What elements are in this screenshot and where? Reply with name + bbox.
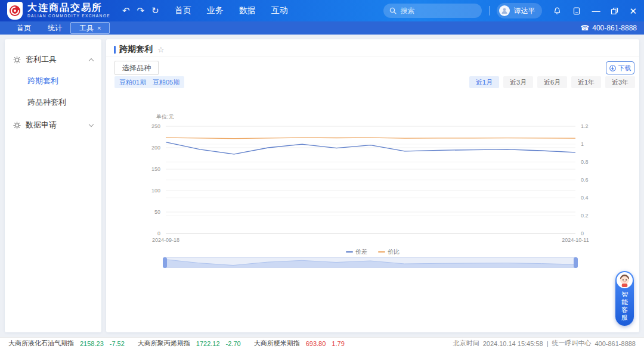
- minimize-icon[interactable]: —: [592, 6, 600, 15]
- page-title: 跨期套利: [119, 44, 153, 55]
- datazoom-silhouette: [165, 258, 576, 267]
- ticker-name: 大商所液化石油气期指: [8, 339, 74, 348]
- spread-line-chart: 2502001501005001.210.80.60.40.20单位:元2024…: [106, 107, 639, 244]
- search-box[interactable]: [383, 4, 482, 18]
- beijing-time-label: 北京时间: [453, 339, 479, 348]
- sidebar-group-data-request[interactable]: 数据申请: [5, 119, 101, 131]
- gear-icon: [13, 121, 21, 129]
- ticker-price: 1722.12: [196, 340, 220, 347]
- user-icon: [501, 7, 508, 14]
- status-divider: |: [547, 340, 549, 347]
- contract-tag-m01[interactable]: 豆粕01期: [114, 76, 151, 88]
- ticker-price: 2158.23: [80, 340, 104, 347]
- tab-stats-label: 统计: [48, 23, 62, 33]
- brand-title: 大连商品交易所: [27, 3, 110, 13]
- legend-label: 价比: [388, 248, 400, 256]
- nav-item-data[interactable]: 数据: [239, 5, 256, 16]
- download-button[interactable]: 下载: [606, 61, 634, 74]
- ticker-lpg: 大商所液化石油气期指 2158.23 -7.52: [8, 339, 125, 348]
- restore-icon[interactable]: [611, 7, 618, 15]
- sidebar-group-arbitrage-tools[interactable]: 套利工具: [5, 54, 101, 66]
- top-bar: 大连商品交易所 DALIAN COMMODITY EXCHANGE ↶ ↷ ↻ …: [0, 0, 644, 21]
- legend-dash-ratio: [378, 251, 385, 253]
- left-axis-tick: 150: [151, 166, 160, 172]
- sidebar-item-label: 跨期套利: [27, 76, 58, 86]
- refresh-icon[interactable]: ↻: [151, 5, 159, 16]
- contract-tag-m05[interactable]: 豆粕05期: [148, 76, 184, 88]
- notifications-bell-icon[interactable]: [553, 7, 562, 15]
- ticker-pp: 大商所聚丙烯期指 1722.12 -2.70: [138, 339, 241, 348]
- title-accent-bar: [114, 46, 116, 54]
- ticker-name: 大商所聚丙烯期指: [138, 339, 190, 348]
- left-axis-tick: 200: [151, 145, 160, 151]
- ticker-change: 1.79: [332, 340, 344, 347]
- legend-item-spread[interactable]: 价差: [346, 248, 367, 256]
- right-axis-tick: 0.4: [581, 195, 589, 201]
- avatar: [499, 5, 510, 16]
- sidebar-item-calendar-spread[interactable]: 跨期套利: [5, 75, 101, 87]
- tab-tools[interactable]: 工具 ×: [70, 22, 110, 34]
- back-icon[interactable]: ↶: [122, 5, 130, 16]
- x-axis-end-label: 2024-10-11: [562, 237, 589, 243]
- unit-label: 单位:元: [156, 114, 174, 120]
- range-1y-button[interactable]: 近1年: [571, 76, 601, 88]
- callcenter-label: 统一呼叫中心: [552, 339, 591, 348]
- ticker-change: -2.70: [226, 340, 241, 347]
- sidebar-group-label: 套利工具: [26, 54, 57, 65]
- phone-icon: ☎: [580, 24, 589, 32]
- right-axis-tick: 1.2: [581, 123, 589, 129]
- chevron-up-icon: [89, 58, 94, 63]
- nav-item-home[interactable]: 首页: [175, 5, 191, 16]
- datazoom-area: [165, 260, 576, 268]
- tab-stats[interactable]: 统计: [39, 21, 70, 35]
- left-axis-tick: 0: [157, 230, 160, 236]
- range-3m-button[interactable]: 近3月: [503, 76, 533, 88]
- feedback-panel-icon[interactable]: [572, 7, 581, 15]
- service-mascot-icon: [617, 272, 633, 288]
- datazoom-slider[interactable]: [164, 257, 577, 268]
- select-variety-button[interactable]: 选择品种: [114, 61, 159, 75]
- datazoom-handle-left[interactable]: [163, 257, 167, 268]
- legend-label: 价差: [355, 248, 367, 256]
- sidebar-item-label: 跨品种套利: [27, 97, 66, 108]
- sidebar-item-inter-commodity[interactable]: 跨品种套利: [5, 96, 101, 108]
- tab-tools-label: 工具: [79, 23, 94, 33]
- nav-item-business[interactable]: 业务: [207, 5, 224, 16]
- left-axis-tick: 250: [151, 123, 160, 129]
- beijing-time-value: 2024.10.14 15:45:58: [483, 340, 543, 347]
- smart-service-widget[interactable]: 智能客服: [615, 271, 634, 326]
- callcenter-phone: 400-861-8888: [595, 340, 636, 347]
- nav-item-interact[interactable]: 互动: [271, 5, 288, 16]
- range-1m-button[interactable]: 近1月: [469, 76, 499, 88]
- download-label: 下载: [618, 64, 631, 73]
- brand-block: 大连商品交易所 DALIAN COMMODITY EXCHANGE: [27, 3, 110, 18]
- brand-subtitle: DALIAN COMMODITY EXCHANGE: [27, 14, 110, 18]
- sidebar-group-label: 数据申请: [26, 120, 57, 130]
- left-axis-tick: 100: [151, 188, 160, 194]
- series-line-价比: [166, 138, 575, 139]
- logo-swirl-icon: [9, 5, 21, 17]
- user-chip[interactable]: 谭达平: [497, 3, 542, 18]
- service-label: 智能客服: [621, 291, 629, 322]
- main-nav: 首页 业务 数据 互动: [175, 5, 288, 16]
- right-axis-tick: 0: [581, 230, 584, 236]
- range-3y-button[interactable]: 近3年: [605, 76, 635, 88]
- legend-item-ratio[interactable]: 价比: [378, 248, 400, 256]
- search-input[interactable]: [400, 7, 472, 15]
- left-axis-tick: 50: [154, 209, 160, 215]
- exchange-logo: [7, 2, 23, 20]
- search-icon: [389, 7, 397, 14]
- gear-icon: [13, 56, 21, 64]
- right-axis-tick: 0.2: [581, 213, 589, 219]
- chart-legend: 价差 价比: [106, 248, 639, 256]
- forward-icon[interactable]: ↷: [137, 5, 144, 16]
- range-6m-button[interactable]: 近6月: [537, 76, 567, 88]
- tab-home[interactable]: 首页: [8, 21, 39, 35]
- status-right-info: 北京时间 2024.10.14 15:45:58 | 统一呼叫中心 400-86…: [453, 339, 636, 348]
- close-icon[interactable]: ✕: [629, 7, 637, 15]
- datazoom-handle-right[interactable]: [574, 257, 578, 268]
- tab-close-icon[interactable]: ×: [97, 24, 101, 32]
- app-window: 大连商品交易所 DALIAN COMMODITY EXCHANGE ↶ ↷ ↻ …: [0, 0, 644, 349]
- ticker-price: 693.80: [306, 340, 326, 347]
- favorite-star-icon[interactable]: ☆: [157, 45, 165, 54]
